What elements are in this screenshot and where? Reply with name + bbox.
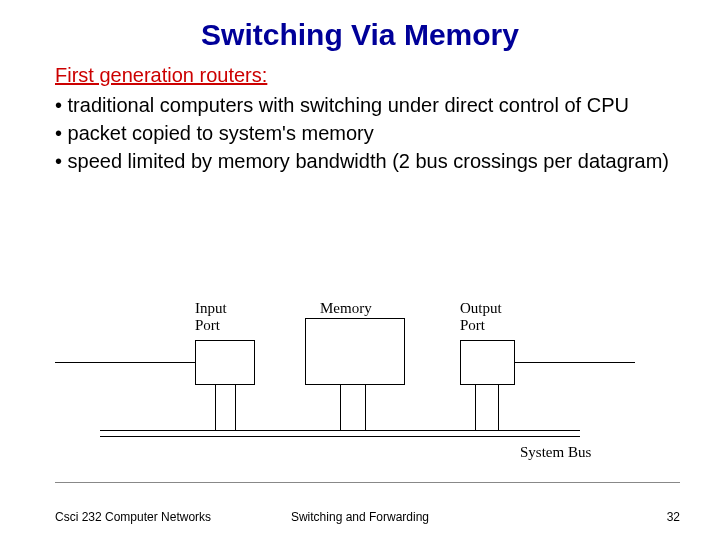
memory-conn-2 — [365, 385, 366, 430]
slide-title: Switching Via Memory — [0, 0, 720, 62]
footer-center: Switching and Forwarding — [0, 510, 720, 524]
subtitle: First generation routers: — [55, 62, 680, 88]
bullet-3: • speed limited by memory bandwidth (2 b… — [55, 148, 680, 174]
footer-right: 32 — [667, 510, 680, 524]
input-conn-2 — [235, 385, 236, 430]
bus-label: System Bus — [520, 444, 591, 461]
input-conn-1 — [215, 385, 216, 430]
diagram: Input Port Memory Output Port System Bus — [0, 300, 720, 470]
output-port-box — [460, 340, 515, 385]
bullet-2: • packet copied to system's memory — [55, 120, 680, 146]
footer-divider — [55, 482, 680, 483]
input-port-label: Input Port — [195, 300, 227, 335]
output-port-label: Output Port — [460, 300, 502, 335]
output-conn-1 — [475, 385, 476, 430]
slide-body: First generation routers: • traditional … — [0, 62, 720, 174]
output-conn-2 — [498, 385, 499, 430]
memory-conn-1 — [340, 385, 341, 430]
bus-line-bottom — [100, 436, 580, 437]
bus-line-top — [100, 430, 580, 431]
bullet-1: • traditional computers with switching u… — [55, 92, 680, 118]
output-line — [515, 362, 635, 363]
input-port-box — [195, 340, 255, 385]
memory-label: Memory — [320, 300, 372, 317]
input-line — [55, 362, 195, 363]
memory-box — [305, 318, 405, 385]
